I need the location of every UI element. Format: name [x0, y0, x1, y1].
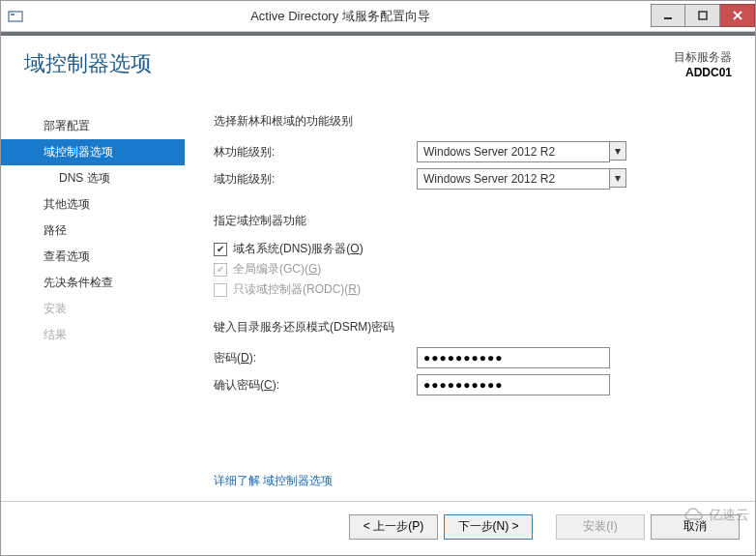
domain-level-label: 域功能级别: [214, 171, 417, 188]
sidebar-item-other-options[interactable]: 其他选项 [1, 191, 185, 218]
sidebar-item-prereq-check[interactable]: 先决条件检查 [1, 270, 185, 296]
chevron-down-icon: ▾ [615, 144, 621, 158]
next-button[interactable]: 下一步(N) > [444, 514, 533, 540]
wizard-window: Active Directory 域服务配置向导 域控制器选项 目标服务器 AD… [0, 0, 756, 556]
gc-checkbox-label: 全局编录(GC)(G) [233, 261, 321, 278]
sidebar-item-dc-options[interactable]: 域控制器选项 [1, 139, 185, 165]
watermark-text: 亿速云 [709, 507, 749, 524]
window-controls [651, 5, 755, 27]
window-title: Active Directory 域服务配置向导 [30, 8, 651, 25]
gc-checkbox: ✔ [214, 263, 227, 277]
minimize-button[interactable] [651, 4, 685, 27]
rodc-checkbox [214, 283, 227, 297]
forest-level-label: 林功能级别: [214, 144, 417, 161]
sidebar-item-dns-options[interactable]: DNS 选项 [1, 165, 185, 191]
dsrm-heading: 键入目录服务还原模式(DSRM)密码 [214, 319, 726, 336]
chevron-down-icon: ▾ [615, 171, 621, 185]
wizard-footer: < 上一步(P) 下一步(N) > 安装(I) 取消 [1, 501, 755, 551]
functional-level-heading: 选择新林和根域的功能级别 [214, 113, 726, 130]
sidebar-item-results: 结果 [1, 322, 185, 348]
next-button-label: 下一步(N) > [458, 518, 519, 536]
confirm-password-input[interactable] [417, 374, 610, 395]
password-label: 密码(D): [214, 350, 417, 366]
app-icon [7, 8, 24, 25]
previous-button[interactable]: < 上一步(P) [349, 514, 438, 540]
dc-capabilities-heading: 指定域控制器功能 [214, 213, 726, 229]
install-button: 安装(I) [556, 514, 645, 540]
sidebar-item-paths[interactable]: 路径 [1, 218, 185, 244]
content-pane: 选择新林和根域的功能级别 林功能级别: Windows Server 2012 … [185, 36, 755, 501]
confirm-password-label: 确认密码(C): [214, 377, 417, 394]
rodc-checkbox-label: 只读域控制器(RODC)(R) [233, 281, 361, 298]
domain-level-dropdown[interactable]: Windows Server 2012 R2 [417, 168, 610, 190]
sidebar-item-review-options[interactable]: 查看选项 [1, 244, 185, 270]
wizard-sidebar: 部署配置 域控制器选项 DNS 选项 其他选项 路径 查看选项 先决条件检查 安… [1, 36, 185, 501]
svg-rect-1 [11, 14, 15, 15]
dns-checkbox-label: 域名系统(DNS)服务器(O) [233, 241, 363, 257]
domain-level-dropdown-button[interactable]: ▾ [609, 168, 626, 188]
close-button[interactable] [720, 4, 755, 27]
svg-rect-3 [699, 12, 707, 19]
titlebar: Active Directory 域服务配置向导 [1, 1, 755, 32]
forest-level-value: Windows Server 2012 R2 [423, 145, 555, 159]
svg-rect-0 [9, 12, 22, 21]
forest-level-dropdown-button[interactable]: ▾ [609, 141, 626, 161]
more-info-link[interactable]: 详细了解 域控制器选项 [214, 473, 333, 489]
page-title: 域控制器选项 [24, 49, 152, 78]
sidebar-item-deploy-config[interactable]: 部署配置 [1, 113, 185, 139]
maximize-button[interactable] [685, 4, 720, 27]
forest-level-dropdown[interactable]: Windows Server 2012 R2 [417, 141, 610, 162]
dns-checkbox[interactable]: ✔ [214, 243, 227, 256]
domain-level-value: Windows Server 2012 R2 [423, 172, 555, 186]
sidebar-item-install: 安装 [1, 296, 185, 322]
password-input[interactable] [417, 347, 610, 368]
cloud-icon [683, 505, 705, 526]
watermark: 亿速云 [683, 505, 749, 526]
